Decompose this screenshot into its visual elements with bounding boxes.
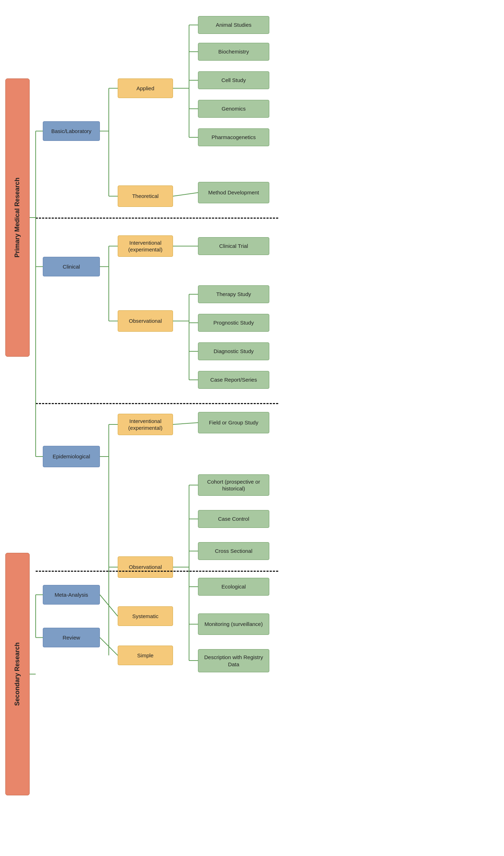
dashed-divider-3 bbox=[36, 571, 278, 572]
applied-box: Applied bbox=[118, 78, 173, 98]
primary-research-box: Primary Medical Research bbox=[5, 78, 30, 357]
clinical-box: Clinical bbox=[43, 257, 100, 276]
svg-line-38 bbox=[173, 423, 198, 424]
review-box: Review bbox=[43, 628, 100, 647]
cohort-box: Cohort (prospective or historical) bbox=[198, 474, 269, 496]
interventional-clinical-box: Interventional (experimental) bbox=[118, 235, 173, 257]
cell-study-box: Cell Study bbox=[198, 71, 269, 89]
svg-line-22 bbox=[100, 638, 118, 656]
cross-sectional-box: Cross Sectional bbox=[198, 542, 269, 560]
method-development-box: Method Development bbox=[198, 182, 269, 203]
systematic-box: Systematic bbox=[118, 606, 173, 626]
therapy-study-box: Therapy Study bbox=[198, 285, 269, 303]
svg-line-30 bbox=[173, 193, 198, 196]
theoretical-box: Theoretical bbox=[118, 185, 173, 207]
case-control-box: Case Control bbox=[198, 510, 269, 528]
prognostic-study-box: Prognostic Study bbox=[198, 314, 269, 332]
description-registry-box: Description with Registry Data bbox=[198, 649, 269, 672]
diagram-container: Primary Medical Research Secondary Resea… bbox=[0, 0, 296, 21]
monitoring-box: Monitoring (surveillance) bbox=[198, 613, 269, 635]
simple-box: Simple bbox=[118, 646, 173, 665]
animal-studies-box: Animal Studies bbox=[198, 16, 269, 34]
observational-epi-box: Observational bbox=[118, 556, 173, 578]
pharmacogenetics-box: Pharmacogenetics bbox=[198, 128, 269, 146]
diagnostic-study-box: Diagnostic Study bbox=[198, 342, 269, 360]
interventional-epi-box: Interventional (experimental) bbox=[118, 414, 173, 435]
dashed-divider-2 bbox=[36, 403, 278, 404]
case-report-box: Case Report/Series bbox=[198, 371, 269, 389]
observational-clinical-box: Observational bbox=[118, 310, 173, 332]
ecological-box: Ecological bbox=[198, 578, 269, 596]
basic-lab-box: Basic/Laboratory bbox=[43, 121, 100, 141]
secondary-research-box: Secondary Research bbox=[5, 553, 30, 795]
meta-analysis-box: Meta-Analysis bbox=[43, 585, 100, 605]
svg-line-21 bbox=[100, 595, 118, 616]
field-group-study-box: Field or Group Study bbox=[198, 412, 269, 433]
dashed-divider-1 bbox=[36, 218, 278, 219]
biochemistry-box: Biochemistry bbox=[198, 43, 269, 61]
genomics-box: Genomics bbox=[198, 100, 269, 118]
clinical-trial-box: Clinical Trial bbox=[198, 237, 269, 255]
epidemiological-box: Epidemiological bbox=[43, 446, 100, 467]
